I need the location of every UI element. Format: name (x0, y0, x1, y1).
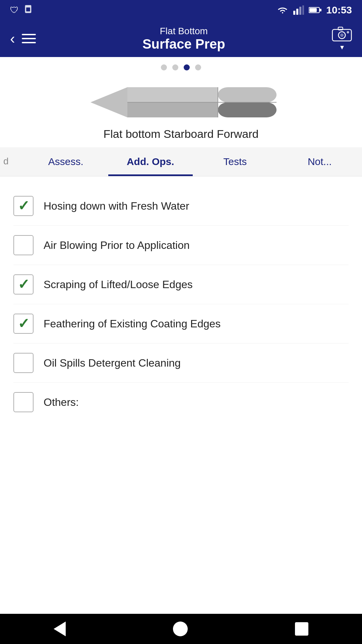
svg-point-13 (347, 31, 349, 34)
list-item: Oil Spills Detergent Cleaning (13, 343, 349, 383)
label-feathering: Feathering of Existing Coating Edges (44, 318, 221, 330)
recents-square-icon (295, 622, 308, 636)
checkmark-icon: ✓ (18, 277, 29, 291)
page-dot-1[interactable] (161, 64, 167, 70)
list-item: ✓ Feathering of Existing Coating Edges (13, 304, 349, 343)
header-main-title: Surface Prep (36, 37, 332, 52)
page-dot-4[interactable] (195, 64, 201, 70)
label-others: Others: (44, 396, 79, 409)
camera-chevron-icon: ▾ (340, 43, 344, 52)
svg-marker-14 (127, 87, 218, 102)
list-item: Air Blowing Prior to Application (13, 226, 349, 265)
checkbox-feathering[interactable]: ✓ (13, 314, 34, 334)
svg-rect-1 (26, 7, 30, 11)
tab-prev[interactable]: d (0, 147, 23, 176)
svg-rect-4 (299, 7, 301, 15)
signal-icon (293, 5, 304, 15)
tab-notes[interactable]: Not... (278, 147, 362, 176)
wifi-icon (277, 5, 289, 15)
home-circle-icon (173, 622, 188, 636)
header-subtitle: Flat Bottom (36, 26, 332, 37)
back-triangle-icon (54, 622, 66, 636)
checkbox-oil-spills[interactable] (13, 353, 34, 373)
back-button[interactable]: ‹ (10, 31, 15, 46)
checkmark-icon: ✓ (18, 317, 29, 331)
status-bar: 🛡 10:53 (0, 0, 362, 20)
boat-label: Flat bottom Starboard Forward (104, 127, 259, 141)
page-dot-3[interactable] (184, 64, 190, 70)
page-indicator (0, 57, 362, 74)
nav-home-button[interactable] (173, 622, 188, 636)
bottom-navigation (0, 614, 362, 644)
camera-button[interactable]: ▾ (332, 25, 352, 52)
checkbox-scraping[interactable]: ✓ (13, 274, 34, 294)
svg-rect-8 (320, 9, 321, 11)
svg-rect-3 (296, 9, 298, 15)
checkmark-icon: ✓ (18, 199, 29, 213)
battery-icon (309, 6, 321, 14)
svg-marker-15 (127, 102, 218, 117)
checklist: ✓ Hosing down with Fresh Water Air Blowi… (0, 176, 362, 432)
tab-assess[interactable]: Assess. (23, 147, 108, 176)
camera-icon (332, 25, 352, 42)
label-air-blowing: Air Blowing Prior to Application (44, 239, 190, 252)
list-item: ✓ Scraping of Lifted/Loose Edges (13, 265, 349, 304)
svg-rect-17 (218, 87, 277, 102)
menu-button[interactable] (22, 34, 36, 43)
header-title: Flat Bottom Surface Prep (36, 26, 332, 52)
svg-rect-7 (309, 8, 317, 12)
tab-add-ops[interactable]: Add. Ops. (108, 147, 193, 176)
list-item: Others: (13, 383, 349, 422)
svg-rect-18 (218, 102, 277, 117)
tab-tests[interactable]: Tests (193, 147, 278, 176)
sim-icon (23, 4, 33, 16)
boat-diagram-section: Flat bottom Starboard Forward (0, 74, 362, 147)
label-scraping: Scraping of Lifted/Loose Edges (44, 278, 193, 291)
app-header: ‹ Flat Bottom Surface Prep ▾ (0, 20, 362, 57)
svg-rect-5 (302, 5, 304, 15)
svg-rect-2 (293, 11, 295, 15)
checkbox-others[interactable] (13, 392, 34, 412)
page-dot-2[interactable] (172, 64, 178, 70)
label-oil-spills: Oil Spills Detergent Cleaning (44, 357, 181, 369)
svg-marker-16 (90, 87, 127, 117)
checkbox-hosing[interactable]: ✓ (13, 196, 34, 216)
boat-diagram (80, 80, 282, 124)
checkbox-air-blowing[interactable] (13, 235, 34, 255)
nav-recents-button[interactable] (295, 622, 308, 636)
shield-icon: 🛡 (10, 5, 19, 15)
label-hosing: Hosing down with Fresh Water (44, 200, 189, 212)
svg-point-11 (340, 34, 344, 37)
nav-back-button[interactable] (54, 622, 66, 636)
status-time: 10:53 (326, 4, 352, 16)
list-item: ✓ Hosing down with Fresh Water (13, 186, 349, 226)
tab-bar: d Assess. Add. Ops. Tests Not... (0, 147, 362, 176)
